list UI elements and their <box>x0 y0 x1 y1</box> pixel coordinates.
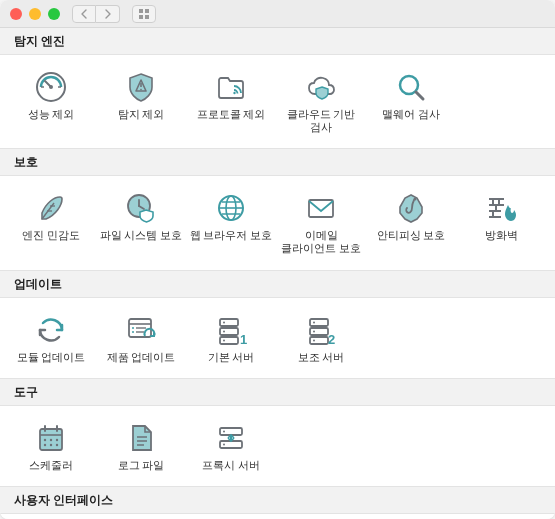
calendar-icon <box>33 420 69 456</box>
section-header: 업데이트 <box>0 270 555 298</box>
feather-icon <box>33 190 69 226</box>
svg-rect-0 <box>139 9 143 13</box>
section-header: 사용자 인터페이스 <box>0 486 555 514</box>
item-label: 클라우드 기반 검사 <box>278 108 364 134</box>
item-label: 로그 파일 <box>118 459 165 472</box>
scheduler[interactable]: 스케줄러 <box>6 416 96 480</box>
email-client-protection[interactable]: 이메일 클라이언트 보호 <box>276 186 366 263</box>
window-refresh-icon <box>123 312 159 348</box>
magnify-icon <box>393 69 429 105</box>
cloud-shield-icon <box>303 69 339 105</box>
cloud-scan[interactable]: 클라우드 기반 검사 <box>276 65 366 142</box>
item-label: 맬웨어 검사 <box>382 108 440 121</box>
shield-warn-icon <box>123 69 159 105</box>
item-label: 모듈 업데이트 <box>17 351 86 364</box>
section-grid: 엔진 민감도파일 시스템 보호웹 브라우저 보호이메일 클라이언트 보호안티피싱… <box>0 176 555 269</box>
folder-signal-icon <box>213 69 249 105</box>
engine-sensitivity[interactable]: 엔진 민감도 <box>6 186 96 263</box>
item-label: 성능 제외 <box>28 108 75 121</box>
protocol-exclusions[interactable]: 프로토콜 제외 <box>186 65 276 142</box>
proxy-server[interactable]: 프록시 서버 <box>186 416 276 480</box>
svg-rect-2 <box>139 15 143 19</box>
section-header: 보호 <box>0 148 555 176</box>
module-update[interactable]: 모듈 업데이트 <box>6 308 96 372</box>
filesystem-protection[interactable]: 파일 시스템 보호 <box>96 186 186 263</box>
brickfire-icon <box>483 190 519 226</box>
mail-icon <box>303 190 339 226</box>
item-label: 웹 브라우저 보호 <box>190 229 273 242</box>
malware-scan[interactable]: 맬웨어 검사 <box>366 65 456 142</box>
item-label: 프록시 서버 <box>202 459 260 472</box>
proxy-icon <box>213 420 249 456</box>
item-label: 탐지 제외 <box>118 108 165 121</box>
section-header: 탐지 엔진 <box>0 28 555 55</box>
item-label: 스케줄러 <box>29 459 73 472</box>
item-label: 이메일 클라이언트 보호 <box>278 229 364 255</box>
back-button[interactable] <box>72 5 96 23</box>
content-area: 탐지 엔진성능 제외탐지 제외프로토콜 제외클라우드 기반 검사맬웨어 검사보호… <box>0 28 555 519</box>
forward-button[interactable] <box>96 5 120 23</box>
detect-exclusions[interactable]: 탐지 제외 <box>96 65 186 142</box>
secondary-server[interactable]: 보조 서버 <box>276 308 366 372</box>
window-controls <box>10 8 60 20</box>
section-grid: 스케줄러로그 파일프록시 서버 <box>0 406 555 486</box>
section-grid: 모듈 업데이트제품 업데이트기본 서버보조 서버 <box>0 298 555 378</box>
zoom-button[interactable] <box>48 8 60 20</box>
item-label: 기본 서버 <box>208 351 255 364</box>
server2-icon <box>303 312 339 348</box>
section-header: 도구 <box>0 378 555 406</box>
item-label: 제품 업데이트 <box>107 351 176 364</box>
cycle-icon <box>33 312 69 348</box>
item-label: 프로토콜 제외 <box>197 108 266 121</box>
minimize-button[interactable] <box>29 8 41 20</box>
clock-shield-icon <box>123 190 159 226</box>
grid-view-button[interactable] <box>132 5 156 23</box>
item-label: 안티피싱 보호 <box>377 229 446 242</box>
item-label: 파일 시스템 보호 <box>100 229 183 242</box>
item-label: 엔진 민감도 <box>22 229 80 242</box>
globe-icon <box>213 190 249 226</box>
svg-rect-1 <box>145 9 149 13</box>
perf-exclusions[interactable]: 성능 제외 <box>6 65 96 142</box>
item-label: 보조 서버 <box>298 351 345 364</box>
product-update[interactable]: 제품 업데이트 <box>96 308 186 372</box>
titlebar <box>0 0 555 28</box>
svg-rect-3 <box>145 15 149 19</box>
web-browser-protection[interactable]: 웹 브라우저 보호 <box>186 186 276 263</box>
firewall[interactable]: 방화벽 <box>456 186 546 263</box>
gauge-icon <box>33 69 69 105</box>
section-grid: 성능 제외탐지 제외프로토콜 제외클라우드 기반 검사맬웨어 검사 <box>0 55 555 148</box>
item-label: 방화벽 <box>485 229 518 242</box>
hook-icon <box>393 190 429 226</box>
server1-icon <box>213 312 249 348</box>
log-files[interactable]: 로그 파일 <box>96 416 186 480</box>
antiphishing-protection[interactable]: 안티피싱 보호 <box>366 186 456 263</box>
nav-buttons <box>72 5 120 23</box>
section-grid: 시스템 통합애플리케이션 상태 <box>0 514 555 519</box>
logfile-icon <box>123 420 159 456</box>
close-button[interactable] <box>10 8 22 20</box>
primary-server[interactable]: 기본 서버 <box>186 308 276 372</box>
settings-window: 탐지 엔진성능 제외탐지 제외프로토콜 제외클라우드 기반 검사맬웨어 검사보호… <box>0 0 555 519</box>
